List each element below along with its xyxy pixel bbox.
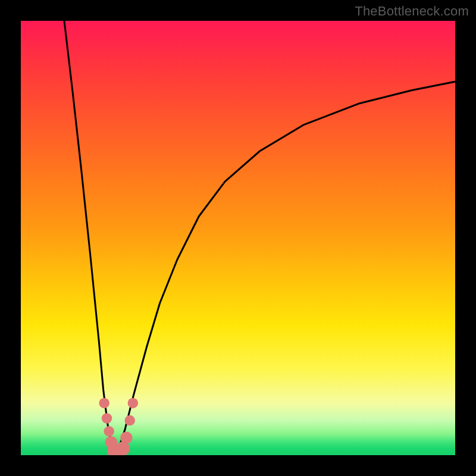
marker-dot	[128, 398, 139, 409]
watermark-text: TheBottleneck.com	[355, 4, 469, 19]
marker-dot	[116, 441, 130, 455]
plot-area	[21, 21, 455, 455]
marker-dot	[124, 415, 135, 426]
marker-dot	[104, 426, 114, 437]
marker-dot	[99, 398, 109, 409]
marker-dot	[120, 432, 132, 444]
bottleneck-curve	[21, 21, 455, 455]
bottleneck-v-curve	[64, 21, 455, 455]
chart-frame: TheBottleneck.com	[0, 0, 476, 476]
marker-dot	[102, 413, 112, 424]
